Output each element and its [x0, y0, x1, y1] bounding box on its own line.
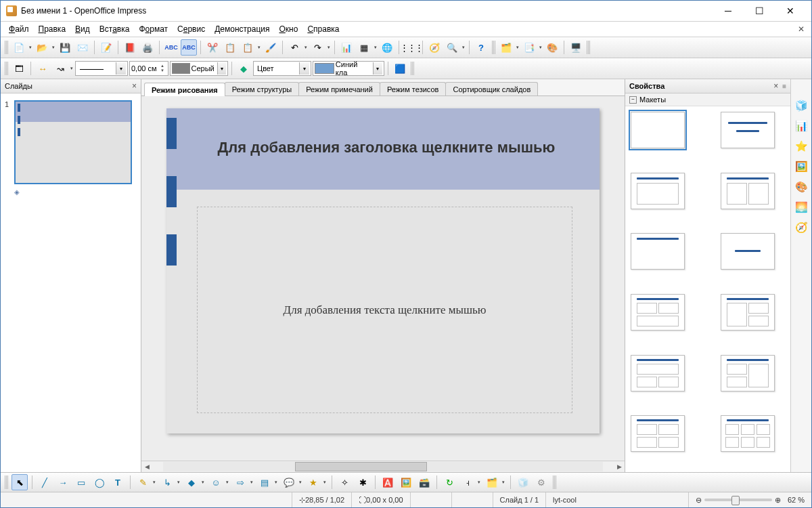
edit-file-button[interactable]: 📝 — [98, 39, 114, 56]
menu-help[interactable]: Справка — [303, 23, 343, 35]
connector-tool[interactable]: ↳▾ — [159, 474, 175, 490]
toolbar-grip-icon[interactable] — [5, 41, 8, 54]
panel-menu-icon[interactable]: ≡ — [782, 83, 786, 90]
export-pdf-button[interactable]: 📕 — [122, 39, 138, 56]
hyperlink-button[interactable]: 🌐 — [379, 39, 395, 56]
area-color-combo[interactable]: Синий кла ▾ — [313, 61, 384, 76]
menu-file[interactable]: Файл — [5, 23, 33, 35]
layout-title[interactable] — [721, 112, 775, 148]
toolbar-grip-icon[interactable] — [492, 41, 495, 54]
slides-panel-close-icon[interactable]: × — [132, 81, 137, 91]
scroll-right-icon[interactable]: ▶ — [614, 463, 625, 470]
scroll-left-icon[interactable]: ◀ — [141, 463, 152, 470]
sidebar-properties-icon[interactable]: 🧊 — [794, 100, 808, 113]
glue-tool[interactable]: ✱ — [355, 474, 371, 490]
slide-canvas[interactable]: Для добавления заголовка щелкните мышью … — [166, 108, 600, 433]
flowchart-tool[interactable]: ▤▾ — [256, 474, 273, 490]
menu-tools[interactable]: Сервис — [173, 23, 209, 35]
table-button[interactable]: ▦▾ — [356, 39, 372, 56]
layout-title-only[interactable] — [631, 233, 685, 270]
menu-format[interactable]: Формат — [135, 23, 172, 35]
rotate-tool[interactable]: ↻ — [441, 474, 457, 490]
tab-notes[interactable]: Режим примечаний — [298, 82, 380, 96]
layout-4panel[interactable] — [631, 415, 685, 452]
slide-design-button[interactable]: 🎨 — [544, 39, 560, 56]
extrusion-tool[interactable]: 🧊 — [515, 474, 531, 490]
layout-3panel-b[interactable] — [631, 355, 685, 391]
slide-title-area[interactable]: Для добавления заголовка щелкните мышью — [166, 108, 600, 190]
redo-button[interactable]: ↷▾ — [309, 39, 325, 56]
select-tool[interactable]: ⬉ — [12, 474, 28, 490]
shadow-button[interactable]: 🟦 — [392, 60, 408, 77]
help-button[interactable]: ? — [473, 39, 489, 56]
slide-thumbnail-1[interactable] — [14, 100, 132, 184]
from-file-tool[interactable]: 🖼️ — [398, 474, 414, 490]
toolbar-grip-icon[interactable] — [553, 475, 556, 489]
document-close-icon[interactable]: ✕ — [795, 23, 807, 35]
toolbar-grip-icon[interactable] — [5, 475, 8, 489]
curve-tool[interactable]: ✎▾ — [135, 474, 151, 490]
spellcheck-button[interactable]: ABC — [163, 39, 179, 56]
menu-view[interactable]: Вид — [71, 23, 94, 35]
outline-button[interactable]: 📑▾ — [521, 39, 537, 56]
points-tool[interactable]: ✧ — [336, 474, 353, 490]
zoom-button[interactable]: 🔍▾ — [444, 39, 460, 56]
collapse-icon[interactable]: − — [629, 96, 637, 104]
symbol-shapes-tool[interactable]: ☺▾ — [208, 474, 224, 490]
new-button[interactable]: 📄▾ — [11, 39, 27, 56]
minimize-button[interactable]: ─ — [713, 1, 744, 21]
undo-button[interactable]: ↶▾ — [286, 39, 302, 56]
menu-window[interactable]: Окно — [275, 23, 302, 35]
sidebar-transition-icon[interactable]: 🖼️ — [794, 161, 808, 174]
sidebar-gallery-icon[interactable]: 🌅 — [794, 201, 808, 215]
layout-title-content[interactable] — [631, 173, 685, 209]
arrow-style-button[interactable]: ↔ — [35, 60, 51, 77]
zoom-value[interactable]: 62 % — [788, 496, 805, 504]
gallery-tool[interactable]: 🗃️ — [416, 474, 432, 490]
menu-insert[interactable]: Вставка — [95, 23, 134, 35]
zoom-slider[interactable] — [704, 499, 772, 501]
layout-6panel[interactable] — [721, 415, 775, 452]
email-button[interactable]: ✉️ — [74, 39, 91, 56]
toolbar-grip-icon[interactable] — [5, 62, 8, 75]
sidebar-animation-icon[interactable]: ⭐ — [794, 140, 808, 154]
slide-edit-area[interactable]: Для добавления заголовка щелкните мышью … — [141, 96, 625, 461]
layout-3panel-c[interactable] — [721, 355, 775, 391]
tab-sorter[interactable]: Сортировщик слайдов — [445, 82, 538, 96]
save-button[interactable]: 💾 — [57, 39, 73, 56]
fontwork-tool[interactable]: 🅰️ — [380, 474, 396, 490]
paste-button[interactable]: 📋▾ — [240, 39, 256, 56]
arrange-tool[interactable]: 🗂️▾ — [484, 474, 500, 490]
zoom-in-icon[interactable]: ⊕ — [775, 496, 781, 505]
ellipse-tool[interactable]: ◯ — [91, 474, 108, 490]
open-button[interactable]: 📂▾ — [34, 39, 50, 56]
interaction-tool[interactable]: ⚙ — [533, 474, 549, 490]
slide-master-button[interactable]: 🗂️▾ — [498, 39, 514, 56]
toolbar-grip-icon[interactable] — [587, 41, 590, 54]
navigator-button[interactable]: 🧭 — [426, 39, 443, 56]
grid-button[interactable]: ⋮⋮⋮ — [403, 39, 419, 56]
chart-button[interactable]: 📊 — [338, 39, 355, 56]
horizontal-scrollbar[interactable]: ◀ ▶ — [141, 461, 625, 472]
copy-button[interactable]: 📋 — [222, 39, 238, 56]
content-placeholder[interactable]: Для добавления текста щелкните мышью — [197, 207, 572, 413]
layout-two-content[interactable] — [721, 173, 775, 209]
area-style-combo[interactable]: Цвет ▾ — [253, 61, 311, 76]
line-color-combo[interactable]: Серый ▾ — [170, 61, 228, 76]
stars-tool[interactable]: ★▾ — [305, 474, 321, 490]
line-style-combo[interactable]: ▾ — [75, 61, 128, 76]
layout-2x2[interactable] — [631, 294, 685, 331]
rectangle-tool[interactable]: ▭ — [73, 474, 89, 490]
layout-centered[interactable] — [721, 233, 775, 270]
layouts-section-header[interactable]: − Макеты — [625, 93, 790, 106]
format-paintbrush-button[interactable]: 🖌️ — [263, 39, 279, 56]
callouts-tool[interactable]: 💬▾ — [281, 474, 297, 490]
tab-outline[interactable]: Режим структуры — [225, 82, 300, 96]
line-style-button[interactable]: ↝▾ — [52, 60, 68, 77]
line-width-spinner[interactable]: 0,00 см ▲▼ — [129, 61, 168, 76]
basic-shapes-tool[interactable]: ◆▾ — [183, 474, 200, 490]
tab-handout[interactable]: Режим тезисов — [380, 82, 447, 96]
tab-drawing[interactable]: Режим рисования — [144, 83, 225, 96]
text-tool[interactable]: T — [110, 474, 126, 490]
close-button[interactable]: ✕ — [775, 1, 806, 21]
